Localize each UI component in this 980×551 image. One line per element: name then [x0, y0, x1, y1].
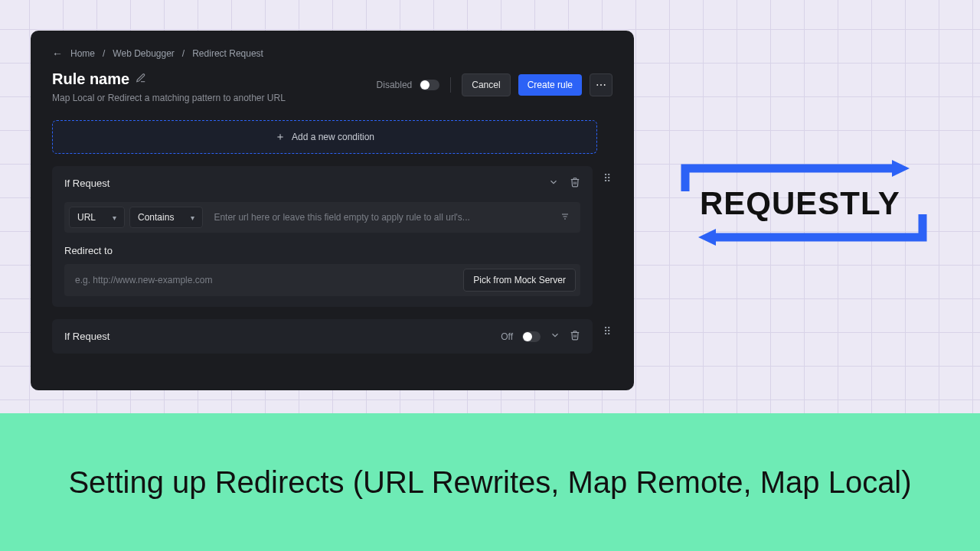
match-key-value: URL: [77, 212, 96, 223]
drag-handle[interactable]: ⠿: [602, 319, 612, 354]
create-rule-button[interactable]: Create rule: [518, 74, 582, 96]
logo-text: REQUESTLY: [700, 185, 900, 221]
rule-editor-panel: ← Home / Web Debugger / Redirect Request…: [31, 31, 634, 390]
match-operator-value: Contains: [138, 212, 174, 223]
chevron-down-icon: ▾: [113, 214, 116, 222]
collapse-icon[interactable]: [548, 177, 559, 190]
match-url-input[interactable]: [207, 207, 550, 227]
breadcrumb: ← Home / Web Debugger / Redirect Request: [52, 47, 612, 60]
breadcrumb-sep: /: [182, 48, 185, 59]
cancel-button[interactable]: Cancel: [462, 73, 510, 96]
match-operator-select[interactable]: Contains ▾: [129, 207, 203, 228]
breadcrumb-web-debugger[interactable]: Web Debugger: [113, 48, 175, 59]
disabled-label: Disabled: [377, 80, 413, 90]
drag-handle[interactable]: ⠿: [602, 166, 612, 307]
add-condition-button[interactable]: ＋ Add a new condition: [52, 120, 597, 154]
condition-toggle[interactable]: [522, 331, 541, 342]
pick-from-mock-button[interactable]: Pick from Mock Server: [463, 269, 576, 292]
enable-toggle[interactable]: [420, 80, 439, 90]
page-title: Rule name: [52, 70, 129, 88]
plus-icon: ＋: [275, 130, 286, 144]
delete-icon[interactable]: [570, 330, 580, 343]
off-label: Off: [501, 331, 513, 342]
svg-marker-4: [698, 229, 716, 246]
back-arrow-icon[interactable]: ←: [52, 47, 63, 60]
condition-title: If Request: [64, 331, 109, 342]
more-options-button[interactable]: ⋯: [590, 73, 612, 96]
separator: [450, 77, 451, 93]
caption-text: Setting up Redirects (URL Rewrites, Map …: [68, 463, 911, 501]
page-subtitle: Map Local or Redirect a matching pattern…: [52, 93, 286, 103]
filter-icon[interactable]: [554, 212, 576, 223]
condition-title: If Request: [64, 178, 109, 189]
match-key-select[interactable]: URL ▾: [69, 207, 125, 228]
svg-marker-3: [892, 160, 910, 177]
condition-card-1: If Request URL ▾ Contains ▾: [52, 166, 593, 307]
redirect-to-label: Redirect to: [64, 245, 580, 256]
breadcrumb-sep: /: [103, 48, 105, 59]
caption-band: Setting up Redirects (URL Rewrites, Map …: [0, 413, 980, 551]
redirect-url-input[interactable]: [69, 270, 459, 290]
requestly-logo: REQUESTLY: [674, 153, 949, 256]
add-condition-label: Add a new condition: [292, 132, 374, 142]
collapse-icon[interactable]: [550, 330, 560, 343]
edit-icon[interactable]: [136, 73, 146, 86]
breadcrumb-redirect-request[interactable]: Redirect Request: [192, 48, 263, 59]
breadcrumb-home[interactable]: Home: [70, 48, 95, 59]
condition-card-2: If Request Off: [52, 319, 593, 354]
delete-icon[interactable]: [570, 177, 580, 190]
chevron-down-icon: ▾: [191, 214, 194, 222]
